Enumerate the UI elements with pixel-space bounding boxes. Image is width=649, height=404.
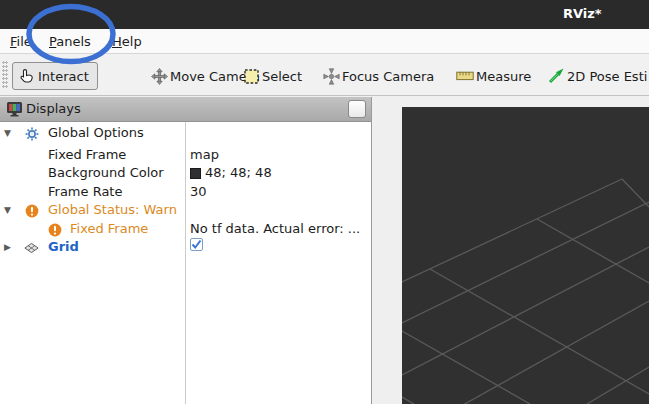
- 3d-viewport[interactable]: [402, 107, 649, 404]
- tree-row-fixed-frame[interactable]: Fixed FrameNo tf data. Actual error: ...: [0, 220, 371, 238]
- focus-target-icon: [322, 67, 340, 85]
- row-label: Global Status: Warn: [48, 201, 177, 219]
- value-text: 30: [190, 183, 207, 201]
- tree-row-fixed-frame[interactable]: Fixed Framemap: [0, 146, 371, 164]
- menu-bar: FilePanelsHelp: [0, 29, 649, 54]
- tree-row-frame-rate[interactable]: Frame Rate30: [0, 183, 371, 201]
- menu-item-file[interactable]: File: [8, 32, 34, 52]
- displays-panel-header: Displays: [0, 97, 371, 122]
- grid-plane: [402, 107, 649, 404]
- displays-tree: ▼Global OptionsFixed FramemapBackground …: [0, 122, 371, 404]
- row-value[interactable]: map: [190, 146, 368, 164]
- hand-pointer-icon: [18, 67, 36, 85]
- tree-row-grid[interactable]: ▶Grid: [0, 238, 371, 256]
- value-text: 48; 48; 48: [205, 164, 272, 182]
- rviz-window: RViz* FilePanelsHelp InteractMove Camera…: [0, 0, 649, 404]
- color-swatch[interactable]: [190, 168, 201, 179]
- tool-label: Focus Camera: [342, 69, 434, 84]
- row-label: Fixed Frame: [70, 220, 148, 238]
- menu-item-help[interactable]: Help: [110, 32, 144, 52]
- tool-focus-camera[interactable]: Focus Camera: [322, 62, 434, 90]
- tool-label: Interact: [38, 69, 89, 84]
- warning-icon: [24, 203, 39, 218]
- ruler-icon: [456, 67, 474, 85]
- tree-row-global-options[interactable]: ▼Global Options: [0, 124, 371, 142]
- tool-interact[interactable]: Interact: [12, 62, 98, 90]
- tree-row-background-color[interactable]: Background Color48; 48; 48: [0, 164, 371, 182]
- move-arrows-icon: [150, 67, 168, 85]
- toolbar: InteractMove CameraSelectFocus CameraMea…: [0, 54, 649, 96]
- value-text: map: [190, 146, 219, 164]
- gear-icon: [24, 126, 39, 141]
- grid-icon: [24, 240, 39, 255]
- row-label: Background Color: [48, 164, 164, 182]
- row-label: Frame Rate: [48, 183, 122, 201]
- collapse-arrow-icon[interactable]: ▼: [4, 201, 14, 219]
- displays-panel-title: Displays: [26, 101, 81, 116]
- pose-arrow-icon: [547, 67, 565, 85]
- row-label: Global Options: [48, 124, 144, 142]
- selection-box-icon: [242, 67, 260, 85]
- warning-icon: [47, 222, 62, 237]
- row-value[interactable]: No tf data. Actual error: ...: [190, 220, 368, 238]
- row-label: Fixed Frame: [48, 146, 126, 164]
- window-title: RViz*: [563, 6, 602, 21]
- panel-float-button[interactable]: [348, 100, 366, 118]
- tool-label: Measure: [476, 69, 531, 84]
- tool-select[interactable]: Select: [242, 62, 302, 90]
- tool-label: 2D Pose Esti: [567, 69, 647, 84]
- title-bar: RViz*: [0, 0, 649, 29]
- toolbar-drag-handle[interactable]: [2, 61, 8, 89]
- expand-arrow-icon[interactable]: ▶: [4, 238, 14, 256]
- collapse-arrow-icon[interactable]: ▼: [4, 124, 14, 142]
- tool-measure[interactable]: Measure: [456, 62, 531, 90]
- enabled-checkbox[interactable]: [190, 238, 203, 251]
- tree-row-global-status-warn[interactable]: ▼Global Status: Warn: [0, 201, 371, 219]
- displays-panel: Displays ▼Global OptionsFixed FramemapBa…: [0, 97, 372, 404]
- displays-monitor-icon: [6, 101, 23, 120]
- tool-label: Select: [262, 69, 302, 84]
- row-label: Grid: [48, 238, 79, 256]
- value-text: No tf data. Actual error: ...: [190, 220, 360, 238]
- row-value[interactable]: 30: [190, 183, 368, 201]
- tool-2d-pose-esti[interactable]: 2D Pose Esti: [547, 62, 647, 90]
- menu-item-panels[interactable]: Panels: [47, 32, 93, 52]
- row-value: [190, 238, 368, 251]
- row-value[interactable]: 48; 48; 48: [190, 164, 368, 182]
